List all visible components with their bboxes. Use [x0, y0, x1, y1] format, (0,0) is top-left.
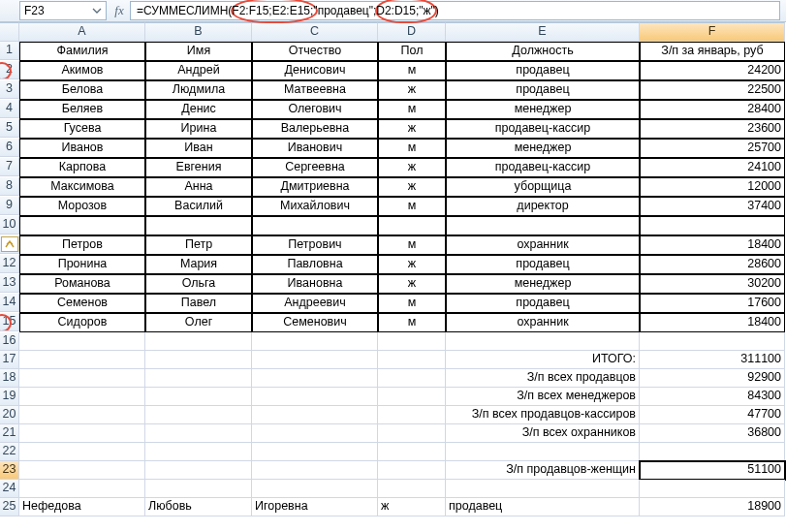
cell-E3[interactable]: продавец	[446, 80, 640, 100]
cell-B11[interactable]: Петр	[145, 235, 252, 255]
cell-blank-16-4[interactable]	[446, 332, 640, 351]
cell-blank-20-2[interactable]	[252, 406, 378, 424]
cell-blank-24-0[interactable]	[19, 480, 145, 498]
row-header-20[interactable]: 20	[0, 406, 19, 424]
cell-C11[interactable]: Петрович	[252, 235, 378, 255]
row-header-21[interactable]: 21	[0, 424, 19, 443]
cell-blank-23-1[interactable]	[145, 461, 252, 480]
cell-blank-17-1[interactable]	[145, 351, 252, 369]
cell-F21[interactable]: 36800	[640, 424, 785, 443]
row-header-4[interactable]: 4	[0, 100, 19, 118]
cell-blank-23-0[interactable]	[19, 461, 145, 480]
cell-E20[interactable]: З/п всех продавцов-кассиров	[446, 406, 640, 424]
formula-input[interactable]: =СУММЕСЛИМН(F2:F15;E2:E15;"продавец";D2:…	[130, 1, 780, 20]
cell-D13[interactable]: ж	[378, 274, 446, 294]
cell-F25[interactable]: 18900	[640, 498, 785, 516]
row-header-6[interactable]: 6	[0, 139, 19, 157]
row-header-13[interactable]: 13	[0, 274, 19, 293]
cell-A14[interactable]: Семенов	[19, 294, 145, 313]
cell-E13[interactable]: менеджер	[446, 274, 640, 294]
cell-blank-18-3[interactable]	[378, 369, 446, 388]
cell-C3[interactable]: Матвеевна	[252, 80, 378, 100]
row-header-15[interactable]: 15	[0, 313, 19, 331]
cell-F18[interactable]: 92900	[640, 369, 785, 388]
cell-F3[interactable]: 22500	[640, 80, 785, 100]
cell-E1[interactable]: Должность	[446, 42, 640, 61]
row-header-25[interactable]: 25	[0, 498, 19, 516]
cell-blank-21-0[interactable]	[19, 424, 145, 443]
cell-E15[interactable]: охранник	[446, 313, 640, 332]
cell-A7[interactable]: Карпова	[19, 158, 145, 177]
cell-blank-19-3[interactable]	[378, 388, 446, 406]
col-header-A[interactable]: A	[19, 22, 145, 42]
cell-blank-17-2[interactable]	[252, 351, 378, 369]
row-header-23[interactable]: 23	[0, 461, 19, 480]
cell-blank-24-1[interactable]	[145, 480, 252, 498]
cell-F23[interactable]: 51100	[640, 461, 785, 480]
cell-blank-20-1[interactable]	[145, 406, 252, 424]
cell-C9[interactable]: Михайлович	[252, 197, 378, 216]
row-header-18[interactable]: 18	[0, 369, 19, 388]
cell-blank-21-1[interactable]	[145, 424, 252, 443]
cell-blank-24-5[interactable]	[640, 480, 785, 498]
cell-blank-19-1[interactable]	[145, 388, 252, 406]
cell-B3[interactable]: Людмила	[145, 80, 252, 100]
cell-E4[interactable]: менеджер	[446, 100, 640, 119]
cell-E12[interactable]: продавец	[446, 255, 640, 274]
cell-blank-16-1[interactable]	[145, 332, 252, 351]
row-header-2[interactable]: 2	[0, 61, 19, 79]
col-header-D[interactable]: D	[378, 22, 446, 42]
cell-blank-17-0[interactable]	[19, 351, 145, 369]
cell-D12[interactable]: ж	[378, 255, 446, 274]
row-header-10[interactable]: 10	[0, 216, 19, 235]
cell-D6[interactable]: м	[378, 139, 446, 158]
row-header-19[interactable]: 19	[0, 388, 19, 406]
cell-E19[interactable]: З/п всех менеджеров	[446, 388, 640, 406]
cell-A6[interactable]: Иванов	[19, 139, 145, 158]
cell-E25[interactable]: продавец	[446, 498, 640, 516]
cell-blank-22-3[interactable]	[378, 443, 446, 461]
cell-blank-24-4[interactable]	[446, 480, 640, 498]
cell-F13[interactable]: 30200	[640, 274, 785, 294]
cell-D14[interactable]: м	[378, 294, 446, 313]
cell-blank-16-5[interactable]	[640, 332, 785, 351]
cell-blank-23-2[interactable]	[252, 461, 378, 480]
cell-E9[interactable]: директор	[446, 197, 640, 216]
cell-B2[interactable]: Андрей	[145, 61, 252, 80]
col-header-B[interactable]: B	[145, 22, 252, 42]
cell-blank-18-2[interactable]	[252, 369, 378, 388]
row-header-1[interactable]: 1	[0, 42, 19, 60]
cell-C4[interactable]: Олегович	[252, 100, 378, 119]
cell-B7[interactable]: Евгения	[145, 158, 252, 177]
cell-F9[interactable]: 37400	[640, 197, 785, 216]
cell-blank-21-3[interactable]	[378, 424, 446, 443]
cell-E2[interactable]: продавец	[446, 61, 640, 80]
cell-F14[interactable]: 17600	[640, 294, 785, 313]
cell-E17[interactable]: ИТОГО:	[446, 351, 640, 369]
row-header-8[interactable]: 8	[0, 177, 19, 196]
cell-E7[interactable]: продавец-кассир	[446, 158, 640, 177]
row-header-14[interactable]: 14	[0, 294, 19, 312]
cell-F12[interactable]: 28600	[640, 255, 785, 274]
col-header-C[interactable]: C	[252, 22, 378, 42]
cell-E10[interactable]	[446, 216, 640, 235]
cell-blank-22-1[interactable]	[145, 443, 252, 461]
cell-blank-18-1[interactable]	[145, 369, 252, 388]
cell-A15[interactable]: Сидоров	[19, 313, 145, 332]
cell-E5[interactable]: продавец-кассир	[446, 119, 640, 139]
cell-B10[interactable]	[145, 216, 252, 235]
row-header-11[interactable]: 11	[0, 235, 19, 254]
cell-D8[interactable]: ж	[378, 177, 446, 197]
row-header-5[interactable]: 5	[0, 119, 19, 138]
cell-blank-20-0[interactable]	[19, 406, 145, 424]
row-header-7[interactable]: 7	[0, 158, 19, 176]
cell-A3[interactable]: Белова	[19, 80, 145, 100]
cell-blank-22-2[interactable]	[252, 443, 378, 461]
cell-blank-22-0[interactable]	[19, 443, 145, 461]
cell-B4[interactable]: Денис	[145, 100, 252, 119]
cell-blank-23-3[interactable]	[378, 461, 446, 480]
cell-B25[interactable]: Любовь	[145, 498, 252, 516]
cell-B6[interactable]: Иван	[145, 139, 252, 158]
cell-D1[interactable]: Пол	[378, 42, 446, 61]
cell-D2[interactable]: м	[378, 61, 446, 80]
